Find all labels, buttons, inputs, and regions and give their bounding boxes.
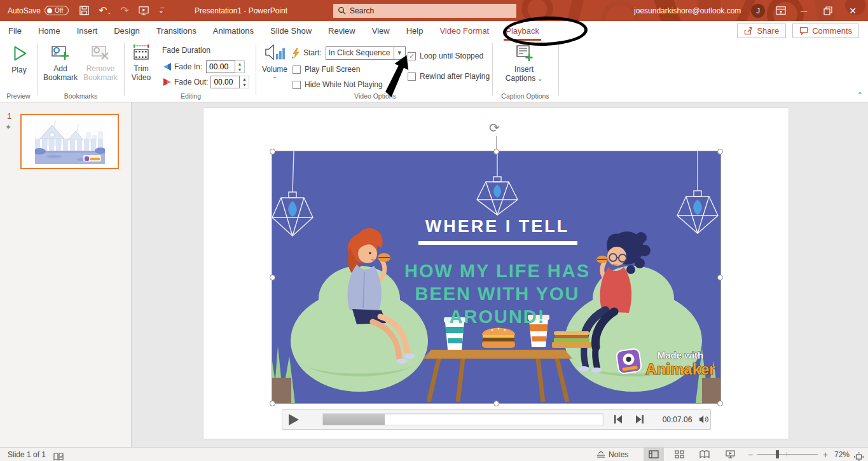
rewind-after-playing-option[interactable]: Rewind after Playing: [408, 72, 490, 81]
play-full-screen-checkbox[interactable]: [293, 65, 301, 74]
start-slideshow-icon[interactable]: [138, 6, 149, 16]
selection-handle-bottom-center[interactable]: [493, 401, 499, 406]
volume-dropdown-chevron: ⌄: [272, 74, 277, 79]
view-reading-button[interactable]: [694, 448, 715, 461]
player-time: 00:07.06: [655, 415, 699, 424]
loop-until-stopped-checkbox[interactable]: ✓: [408, 52, 416, 60]
search-placeholder: Search: [350, 6, 374, 15]
collapse-ribbon-icon[interactable]: ⌃: [857, 91, 863, 99]
slide-thumbnail-1[interactable]: [20, 114, 119, 169]
rewind-after-playing-label: Rewind after Playing: [420, 72, 490, 81]
zoom-out-button[interactable]: −: [748, 448, 753, 461]
video-object[interactable]: WHERE I TELL HOW MY LIFE HAS BEEN WITH Y…: [272, 151, 720, 403]
trim-video-button[interactable]: Trim Video: [127, 44, 155, 82]
player-play-button[interactable]: [289, 414, 299, 425]
start-dropdown-chevron[interactable]: ▼: [394, 46, 406, 60]
notes-button[interactable]: Notes: [596, 448, 628, 461]
tab-file[interactable]: File: [0, 21, 30, 41]
search-box[interactable]: Search: [333, 4, 516, 18]
add-bookmark-icon: [51, 44, 70, 62]
insert-captions-label-2: Captions: [506, 74, 535, 83]
selection-handle-top-right[interactable]: [717, 149, 723, 155]
start-dropdown[interactable]: In Click Sequence ▼: [326, 46, 406, 60]
selection-handle-bottom-left[interactable]: [270, 401, 275, 406]
view-slideshow-button[interactable]: [720, 448, 740, 461]
trim-video-label-1: Trim: [134, 64, 149, 73]
video-title-text: WHERE I TELL: [425, 217, 570, 236]
slide-number: 1: [7, 111, 11, 121]
tab-transitions[interactable]: Transitions: [148, 21, 205, 41]
insert-captions-chevron: ⌄: [538, 76, 543, 82]
tab-review[interactable]: Review: [320, 21, 364, 41]
loop-until-stopped-option[interactable]: ✓ Loop until Stopped: [408, 52, 483, 60]
fit-slide-to-window-icon[interactable]: [854, 450, 864, 461]
fade-out-icon: [163, 78, 172, 86]
insert-captions-button[interactable]: Insert Captions ⌄: [502, 43, 546, 83]
notes-icon: [596, 451, 605, 458]
group-label-video-options: Video Options: [259, 92, 491, 100]
quick-access-toolbar: ↶⌄ ↷ ⌄̅: [79, 5, 164, 16]
share-button[interactable]: Share: [737, 24, 786, 38]
undo-icon[interactable]: ↶⌄: [99, 6, 111, 16]
selection-handle-top-left[interactable]: [270, 149, 275, 155]
video-player-bar: 00:07.06: [282, 409, 711, 430]
minimize-button[interactable]: ─: [797, 6, 811, 15]
zoom-slider-handle[interactable]: [776, 450, 779, 458]
main-area: 1 ✦: [0, 102, 868, 447]
slide-indicator[interactable]: Slide 1 of 1: [8, 448, 46, 461]
tab-playback[interactable]: Playback: [497, 21, 548, 41]
play-full-screen-option[interactable]: Play Full Screen: [293, 65, 360, 74]
remove-bookmark-icon: [91, 44, 110, 62]
comments-button[interactable]: Comments: [792, 24, 859, 38]
player-progress-track[interactable]: [322, 413, 603, 425]
selection-handle-bottom-right[interactable]: [717, 401, 723, 406]
tab-help[interactable]: Help: [398, 21, 432, 41]
player-previous-frame-button[interactable]: [614, 415, 623, 424]
volume-button[interactable]: Volume ⌄: [259, 43, 290, 79]
tab-video-format[interactable]: Video Format: [431, 21, 497, 41]
autosave-toggle[interactable]: Off: [45, 6, 69, 15]
add-bookmark-button[interactable]: Add Bookmark: [41, 44, 80, 82]
fade-in-spinner[interactable]: ▲▼: [235, 60, 245, 73]
hide-while-not-playing-option[interactable]: Hide While Not Playing: [293, 80, 383, 89]
trim-video-icon: [132, 44, 151, 62]
player-next-frame-button[interactable]: [635, 415, 644, 424]
player-mute-icon[interactable]: [699, 414, 710, 425]
view-slide-sorter-button[interactable]: [669, 448, 689, 461]
spell-check-icon[interactable]: [53, 450, 64, 461]
group-divider: [37, 43, 38, 95]
rotation-handle[interactable]: ⟳: [489, 121, 500, 134]
group-label-editing: Editing: [127, 92, 254, 100]
rewind-after-playing-checkbox[interactable]: [408, 72, 416, 81]
zoom-in-button[interactable]: +: [823, 448, 828, 461]
play-button[interactable]: Play: [6, 44, 32, 74]
avatar[interactable]: J: [751, 4, 765, 18]
save-icon[interactable]: [79, 5, 90, 16]
fade-out-spinner[interactable]: ▲▼: [240, 76, 249, 88]
ribbon-display-options-icon[interactable]: [775, 6, 787, 16]
tab-slide-show[interactable]: Slide Show: [262, 21, 320, 41]
tab-animations[interactable]: Animations: [205, 21, 262, 41]
tab-home[interactable]: Home: [30, 21, 69, 41]
hide-while-not-playing-checkbox[interactable]: [293, 81, 301, 89]
fade-in-input[interactable]: [206, 60, 235, 73]
zoom-slider-center-tick: [787, 452, 787, 457]
selection-handle-middle-left[interactable]: [270, 275, 275, 280]
search-icon: [338, 6, 346, 15]
tab-insert[interactable]: Insert: [69, 21, 106, 41]
hide-while-not-playing-label: Hide While Not Playing: [305, 80, 383, 89]
customize-qat-icon[interactable]: ⌄̅: [158, 7, 164, 14]
animation-star-icon: ✦: [5, 123, 11, 132]
tab-design[interactable]: Design: [106, 21, 148, 41]
view-normal-button[interactable]: [644, 448, 664, 461]
selection-handle-middle-right[interactable]: [717, 275, 723, 280]
fade-out-input[interactable]: [210, 76, 240, 88]
account-email[interactable]: joesundarkishore@outlook.com: [634, 6, 741, 15]
zoom-slider-track[interactable]: [757, 454, 818, 455]
restore-button[interactable]: [823, 6, 832, 15]
autosave-control[interactable]: AutoSave Off: [8, 6, 69, 15]
tab-view[interactable]: View: [364, 21, 398, 41]
zoom-level[interactable]: 72%: [834, 448, 850, 461]
selection-handle-top-center[interactable]: [493, 149, 499, 155]
close-button[interactable]: ✕: [845, 6, 860, 15]
